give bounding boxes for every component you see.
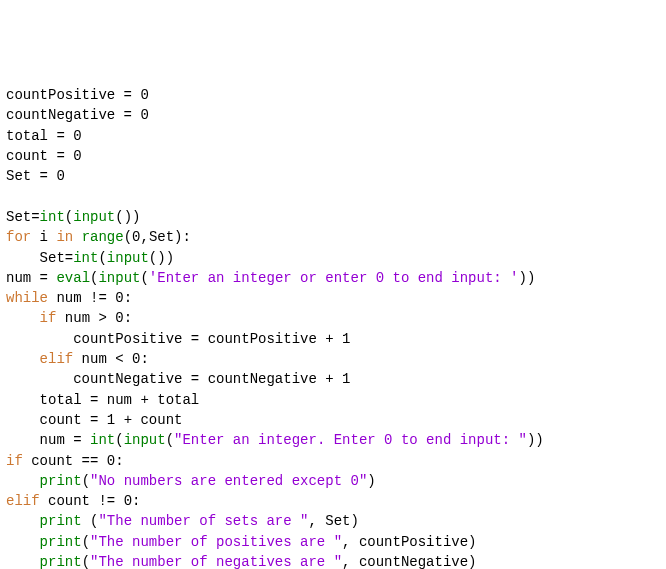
code-token: 0 — [124, 493, 132, 509]
code-line: Set=int(input()) — [6, 250, 174, 266]
code-token: 0 — [115, 310, 123, 326]
code-token: "The number of sets are " — [98, 513, 308, 529]
code-token: i — [31, 229, 56, 245]
code-token: + count — [115, 412, 182, 428]
code-token: num > — [56, 310, 115, 326]
code-token: "No numbers are entered except 0" — [90, 473, 367, 489]
code-token: ( — [124, 229, 132, 245]
code-token: , Set) — [308, 513, 358, 529]
code-token: ()) — [115, 209, 140, 225]
code-token — [6, 351, 40, 367]
code-block: countPositive = 0 countNegative = 0 tota… — [6, 85, 660, 569]
code-line: if count == 0: — [6, 453, 124, 469]
code-token: )) — [527, 432, 544, 448]
code-line: countPositive = countPositive + 1 — [6, 331, 350, 347]
code-line: elif count != 0: — [6, 493, 140, 509]
code-token: for — [6, 229, 31, 245]
code-token: ( — [65, 209, 73, 225]
code-token — [6, 554, 40, 569]
code-token: elif — [40, 351, 74, 367]
code-token: ) — [367, 473, 375, 489]
code-token: 0 — [73, 128, 81, 144]
code-token: print — [40, 534, 82, 550]
code-token: count = — [6, 412, 107, 428]
code-line: while num != 0: — [6, 290, 132, 306]
code-token: 0 — [56, 168, 64, 184]
code-line: for i in range(0,Set): — [6, 229, 191, 245]
code-token: 1 — [107, 412, 115, 428]
code-token: : — [132, 493, 140, 509]
code-token: ( — [166, 432, 174, 448]
code-token: )) — [519, 270, 536, 286]
code-line: Set = 0 — [6, 168, 65, 184]
code-token: : — [124, 310, 132, 326]
code-line: num = int(input("Enter an integer. Enter… — [6, 432, 544, 448]
code-line: countNegative = 0 — [6, 107, 149, 123]
code-token: input — [98, 270, 140, 286]
code-line: count = 0 — [6, 148, 82, 164]
code-line: total = num + total — [6, 392, 199, 408]
code-token: print — [40, 473, 82, 489]
code-line: count = 1 + count — [6, 412, 182, 428]
code-token: range — [82, 229, 124, 245]
code-token: count != — [40, 493, 124, 509]
code-line: num = eval(input('Enter an integer or en… — [6, 270, 535, 286]
code-token: print — [40, 554, 82, 569]
code-token: 0 — [140, 107, 148, 123]
code-token: int — [90, 432, 115, 448]
code-line: Set=int(input()) — [6, 209, 140, 225]
code-token: if — [40, 310, 57, 326]
code-token: ( — [82, 554, 90, 569]
code-token: num = — [6, 432, 90, 448]
code-token: count == — [23, 453, 107, 469]
code-token: count = — [6, 148, 73, 164]
code-token: countNegative = — [6, 107, 140, 123]
code-token: input — [107, 250, 149, 266]
code-token: num != — [48, 290, 115, 306]
code-token: ( — [115, 432, 123, 448]
code-token: 'Enter an integer or enter 0 to end inpu… — [149, 270, 519, 286]
code-token: int — [40, 209, 65, 225]
code-token: num = — [6, 270, 56, 286]
code-token: total = — [6, 128, 73, 144]
code-token: ( — [140, 270, 148, 286]
code-token: ,Set): — [140, 229, 190, 245]
code-token: , countNegative) — [342, 554, 476, 569]
code-token: elif — [6, 493, 40, 509]
code-token: 1 — [342, 371, 350, 387]
code-token: : — [140, 351, 148, 367]
code-line: if num > 0: — [6, 310, 132, 326]
code-token: Set = — [6, 168, 56, 184]
code-token: ( — [82, 513, 99, 529]
code-token: while — [6, 290, 48, 306]
code-token: , countPositive) — [342, 534, 476, 550]
code-token: 0 — [73, 148, 81, 164]
code-line: print("No numbers are entered except 0") — [6, 473, 376, 489]
code-token: total = num + total — [6, 392, 199, 408]
code-token: "The number of negatives are " — [90, 554, 342, 569]
code-token — [6, 310, 40, 326]
code-line: print ("The number of sets are ", Set) — [6, 513, 359, 529]
code-line: print("The number of negatives are ", co… — [6, 554, 477, 569]
code-line: countPositive = 0 — [6, 87, 149, 103]
code-token: "Enter an integer. Enter 0 to end input:… — [174, 432, 527, 448]
code-token: 1 — [342, 331, 350, 347]
code-token: ( — [82, 473, 90, 489]
code-token: input — [124, 432, 166, 448]
code-token: "The number of positives are " — [90, 534, 342, 550]
code-line: print("The number of positives are ", co… — [6, 534, 477, 550]
code-token: eval — [56, 270, 90, 286]
code-token: : — [124, 290, 132, 306]
code-token: int — [73, 250, 98, 266]
code-token — [6, 473, 40, 489]
code-token: 0 — [107, 453, 115, 469]
code-line: total = 0 — [6, 128, 82, 144]
code-token: ( — [98, 250, 106, 266]
code-token: countPositive = — [6, 87, 140, 103]
code-token: countPositive = countPositive + — [6, 331, 342, 347]
code-token: 0 — [140, 87, 148, 103]
code-token: print — [40, 513, 82, 529]
code-token: if — [6, 453, 23, 469]
code-token: input — [73, 209, 115, 225]
code-token: countNegative = countNegative + — [6, 371, 342, 387]
